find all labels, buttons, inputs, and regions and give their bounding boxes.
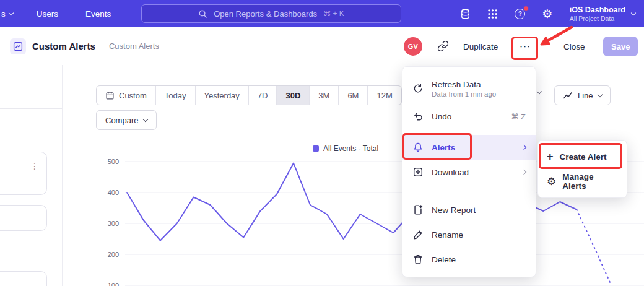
sidebar-card[interactable]	[0, 271, 47, 286]
date-range-30d-selected[interactable]: 30D	[276, 86, 309, 105]
menu-divider	[402, 191, 536, 191]
new-report-icon	[412, 204, 424, 215]
date-range-yesterday[interactable]: Yesterday	[195, 86, 248, 105]
chevron-right-icon	[521, 170, 526, 175]
top-navbar: s Users Events Open Reports & Dashboards…	[0, 0, 644, 27]
global-search-input[interactable]: Open Reports & Dashboards ⌘ + K	[141, 4, 401, 23]
date-range-3m[interactable]: 3M	[309, 86, 338, 105]
menu-item-rename[interactable]: Rename	[402, 222, 536, 247]
more-options-button[interactable]: ⋯	[516, 38, 534, 54]
report-header: Custom Alerts Custom Alerts GV Duplicate…	[0, 27, 644, 65]
refresh-icon	[412, 83, 424, 94]
trash-icon	[412, 254, 424, 265]
compare-button[interactable]: Compare	[96, 110, 157, 130]
menu-item-download[interactable]: Download	[402, 160, 536, 184]
page-title: Custom Alerts	[32, 41, 95, 51]
date-range-custom[interactable]: Custom	[97, 86, 155, 105]
menu-item-label: Download	[432, 168, 469, 177]
chevron-down-icon	[597, 92, 602, 97]
search-shortcut-hint: ⌘ + K	[323, 9, 344, 18]
compare-label: Compare	[105, 116, 138, 125]
data-management-icon[interactable]	[459, 7, 472, 20]
chart-type-button[interactable]: Line	[554, 85, 611, 105]
project-title: iOS Dashboard	[570, 6, 625, 14]
project-subtitle: All Project Data	[570, 15, 625, 22]
menu-item-label: Rename	[432, 230, 463, 240]
date-range-7d[interactable]: 7D	[248, 86, 277, 105]
bell-icon	[412, 142, 424, 153]
menu-item-label: New Report	[432, 206, 476, 215]
kebab-menu-icon[interactable]: ⋮	[30, 161, 39, 171]
chevron-down-icon	[631, 10, 636, 15]
gear-icon: ⚙	[547, 176, 556, 187]
sidebar-row-divider	[0, 108, 62, 109]
chevron-right-icon	[521, 145, 526, 150]
undo-icon	[412, 111, 424, 122]
date-range-label: Custom	[119, 91, 147, 100]
project-info: iOS Dashboard All Project Data	[570, 6, 625, 22]
menu-item-subtitle: Data from 1 min ago	[432, 90, 496, 98]
submenu-item-create-alert[interactable]: + Create Alert	[538, 144, 627, 169]
nav-item-events[interactable]: Events	[85, 9, 111, 19]
mixpanel-dashboard-app: 500400300200100 s Users Events Open Repo…	[0, 0, 644, 286]
chart-type-label: Line	[578, 91, 593, 100]
y-axis-label: 200	[108, 251, 119, 258]
chart-series-line	[577, 210, 610, 283]
avatar[interactable]: GV	[404, 37, 422, 56]
search-icon	[198, 9, 207, 19]
pencil-icon	[412, 229, 424, 240]
report-options-menu: Refresh Data Data from 1 min ago Undo ⌘ …	[402, 66, 536, 277]
close-button[interactable]: Close	[564, 41, 585, 51]
navbar-right-cluster: ? ⚙ iOS Dashboard All Project Data	[459, 0, 644, 27]
apps-grid-icon[interactable]	[487, 7, 499, 20]
y-axis-label: 400	[108, 189, 119, 196]
menu-item-label: Refresh Data	[432, 80, 496, 89]
y-axis-label: 100	[108, 282, 119, 286]
menu-item-delete[interactable]: Delete	[402, 247, 536, 272]
date-range-12m[interactable]: 12M	[367, 86, 401, 105]
chart-legend[interactable]: All Events - Total	[313, 144, 378, 153]
menu-item-alerts[interactable]: Alerts	[402, 135, 536, 160]
nav-item-users[interactable]: Users	[37, 9, 58, 19]
plus-icon: +	[547, 151, 554, 162]
settings-gear-icon[interactable]: ⚙	[541, 7, 554, 20]
menu-item-shortcut: ⌘ Z	[511, 112, 526, 121]
alerts-submenu: + Create Alert ⚙ Manage Alerts	[537, 140, 627, 198]
project-switcher[interactable]: iOS Dashboard All Project Data	[570, 6, 635, 22]
menu-item-label: Undo	[432, 112, 451, 121]
chevron-down-icon	[143, 116, 148, 121]
submenu-item-label: Create Alert	[560, 152, 607, 162]
chevron-down-icon	[9, 10, 14, 15]
submenu-item-manage-alerts[interactable]: ⚙ Manage Alerts	[538, 169, 627, 194]
date-range-today[interactable]: Today	[155, 86, 195, 105]
menu-item-refresh-data[interactable]: Refresh Data Data from 1 min ago	[402, 73, 536, 104]
duplicate-button[interactable]: Duplicate	[463, 41, 498, 51]
menu-item-label: Alerts	[432, 143, 455, 152]
help-icon[interactable]: ?	[514, 7, 526, 20]
breadcrumb[interactable]: Custom Alerts	[109, 41, 159, 51]
notification-dot	[523, 6, 529, 11]
sidebar-card[interactable]: ⋮	[0, 152, 47, 195]
date-range-control: Custom Today Yesterday 7D 30D 3M 6M 12M	[96, 85, 402, 105]
y-axis-label: 300	[108, 220, 119, 227]
save-button[interactable]: Save	[603, 37, 638, 56]
nav-item-boards-partial[interactable]: s	[1, 9, 13, 19]
y-axis-label: 500	[108, 158, 119, 165]
primary-nav: s Users Events	[0, 0, 111, 27]
line-chart-icon	[563, 90, 573, 100]
nav-item-label: s	[1, 9, 6, 19]
menu-item-undo[interactable]: Undo ⌘ Z	[402, 104, 536, 129]
download-icon	[412, 167, 424, 178]
menu-item-new-report[interactable]: New Report	[402, 197, 536, 222]
board-chart-icon	[10, 38, 26, 54]
search-placeholder: Open Reports & Dashboards	[214, 9, 317, 19]
sidebar-card[interactable]	[0, 205, 47, 231]
submenu-item-label: Manage Alerts	[562, 172, 618, 191]
sidebar-divider	[62, 65, 63, 286]
legend-label: All Events - Total	[323, 144, 378, 153]
sidebar-row-divider	[0, 84, 62, 84]
legend-swatch-icon	[313, 145, 319, 152]
menu-item-label: Delete	[432, 255, 456, 264]
date-range-6m[interactable]: 6M	[338, 86, 367, 105]
copy-link-icon[interactable]	[435, 38, 451, 54]
